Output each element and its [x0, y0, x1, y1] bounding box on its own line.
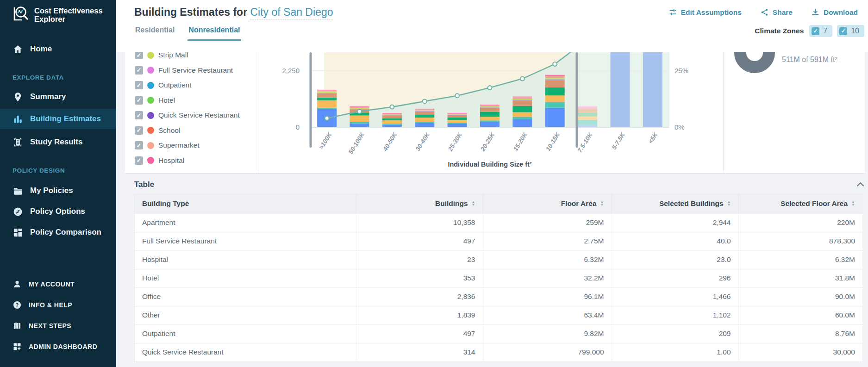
checkbox-checked-icon[interactable]	[812, 27, 819, 35]
app-logo[interactable]: Cost Effectiveness Explorer	[0, 0, 116, 26]
table-row-other[interactable]: Other1,83963.4M1,10260.0M	[135, 306, 862, 324]
buildings-chart[interactable]: 2,250025%0%>100K50-100K40-50K30-40K25-30…	[258, 52, 723, 174]
sidebar-item-label: Home	[30, 44, 52, 54]
sidebar: Cost Effectiveness Explorer HomeEXPLORE …	[0, 0, 116, 367]
building-type-cell: Hotel	[135, 269, 356, 287]
column-header-floor-area[interactable]: Floor Area▲▼	[483, 194, 612, 213]
x-axis-title: Individual Building Size ft²	[448, 161, 531, 168]
collapse-table-icon[interactable]	[857, 182, 864, 189]
legend-color-dot	[147, 127, 154, 134]
table-row-outpatient[interactable]: Outpatient4979.82M2098.76M	[135, 324, 862, 343]
legend-item-supermarket[interactable]: Supermarket	[135, 138, 258, 153]
tab-nonresidential[interactable]: Nonresidential	[187, 22, 241, 41]
value-cell: 220M	[738, 213, 862, 232]
legend-item-full-service-restaurant[interactable]: Full Service Restaurant	[135, 63, 258, 78]
table-row-hotel[interactable]: Hotel35332.2M29631.8M	[135, 269, 862, 287]
main-content: Strip MallFull Service RestaurantOutpati…	[116, 52, 868, 367]
sidebar-item-policy-options[interactable]: Policy Options	[0, 204, 116, 219]
floor-area-donut-panel: 511M of 581M ft²	[723, 52, 865, 173]
share-icon	[760, 8, 769, 17]
legend-color-dot	[147, 112, 154, 119]
chart-legend: Strip MallFull Service RestaurantOutpati…	[125, 52, 258, 173]
building-type-cell: Hospital	[135, 250, 356, 269]
table-row-full-service-restaurant[interactable]: Full Service Restaurant4972.75M40.0878,3…	[135, 232, 862, 250]
value-cell: 353	[356, 269, 483, 287]
table-row-quick-service-restaurant[interactable]: Quick Service Restaurant314799,0001.0030…	[135, 343, 862, 361]
value-cell: 296	[612, 269, 738, 287]
legend-item-outpatient[interactable]: Outpatient	[135, 78, 258, 93]
checkbox-checked-icon[interactable]	[135, 96, 143, 105]
legend-item-strip-mall[interactable]: Strip Mall	[135, 52, 258, 63]
zone-number: 10	[851, 27, 859, 35]
column-label: Floor Area	[561, 199, 597, 208]
value-cell: 1,839	[356, 306, 483, 324]
action-label: Edit Assumptions	[681, 8, 742, 17]
x-axis-tick: 15-20K	[512, 131, 529, 153]
region-link[interactable]: City of San Diego	[250, 6, 333, 19]
sidebar-footer-nav: MY ACCOUNT?INFO & HELPNEXT STEPSADMIN DA…	[0, 277, 116, 360]
column-header-selected-floor-area[interactable]: Selected Floor Area▲▼	[738, 194, 862, 213]
checkbox-checked-icon[interactable]	[135, 66, 143, 75]
column-header-building-type[interactable]: Building Type	[135, 194, 356, 213]
checkbox-checked-icon[interactable]	[135, 156, 143, 165]
right-axis-tick: 25%	[674, 67, 688, 75]
sidebar-item-next-steps[interactable]: NEXT STEPS	[0, 318, 116, 333]
x-axis-tick: 30-40K	[414, 131, 431, 153]
checkbox-checked-icon[interactable]	[839, 27, 847, 35]
sidebar-item-label: NEXT STEPS	[29, 322, 71, 330]
building-type-cell: Outpatient	[135, 324, 356, 343]
sidebar-item-policy-comparison[interactable]: Policy Comparison	[0, 225, 116, 240]
checkbox-checked-icon[interactable]	[135, 141, 143, 149]
column-label: Building Type	[142, 199, 189, 208]
sidebar-item-my-policies[interactable]: My Policies	[0, 183, 116, 198]
sidebar-item-info-help[interactable]: ?INFO & HELP	[0, 298, 116, 312]
document-icon	[12, 137, 23, 148]
comparison-grid-icon	[12, 227, 23, 238]
sidebar-item-label: Policy Options	[30, 207, 85, 216]
map-icon	[12, 321, 22, 330]
climate-zone-chips: 710	[809, 25, 864, 37]
edit-assumptions-button[interactable]: Edit Assumptions	[668, 8, 742, 17]
sidebar-item-home[interactable]: Home	[0, 42, 116, 56]
sidebar-item-building-estimates[interactable]: Building Estimates	[0, 109, 116, 129]
checkbox-checked-icon[interactable]	[135, 126, 143, 135]
legend-item-school[interactable]: School	[135, 123, 258, 138]
value-cell: 60.0M	[738, 306, 862, 324]
legend-item-quick-service-restaurant[interactable]: Quick Service Restaurant	[135, 108, 258, 123]
sidebar-item-admin-dashboard[interactable]: ADMIN DASHBOARD	[0, 339, 116, 354]
share-button[interactable]: Share	[760, 8, 793, 17]
legend-item-hospital[interactable]: Hospital	[135, 153, 258, 168]
checkbox-checked-icon[interactable]	[135, 111, 143, 119]
checkbox-checked-icon[interactable]	[135, 81, 143, 89]
legend-item-label: School	[158, 126, 180, 135]
checkbox-checked-icon[interactable]	[135, 52, 143, 59]
sort-icon[interactable]: ▲▼	[472, 201, 475, 207]
sidebar-item-my-account[interactable]: MY ACCOUNT	[0, 277, 116, 292]
sidebar-item-label: MY ACCOUNT	[29, 280, 75, 288]
column-label: Selected Floor Area	[781, 199, 848, 208]
sort-icon[interactable]: ▲▼	[727, 201, 731, 207]
sort-icon[interactable]: ▲▼	[600, 201, 604, 207]
column-header-buildings[interactable]: Buildings▲▼	[356, 194, 483, 213]
table-row-hospital[interactable]: Hospital236.32M23.06.32M	[135, 250, 862, 269]
sidebar-item-label: INFO & HELP	[29, 301, 72, 309]
help-icon: ?	[12, 300, 22, 310]
climate-zone-chip-7[interactable]: 7	[809, 25, 832, 37]
column-header-selected-buildings[interactable]: Selected Buildings▲▼	[612, 194, 738, 213]
sidebar-item-label: ADMIN DASHBOARD	[29, 343, 97, 350]
sidebar-item-summary[interactable]: Summary	[0, 89, 116, 104]
brush-handle-left	[310, 52, 312, 148]
download-button[interactable]: Download	[811, 8, 858, 17]
legend-item-hotel[interactable]: Hotel	[135, 93, 258, 108]
sidebar-item-label: Policy Comparison	[30, 228, 101, 237]
sidebar-item-study-results[interactable]: Study Results	[0, 135, 116, 149]
x-axis-tick: >100K	[318, 131, 334, 151]
table-row-office[interactable]: Office2,83696.1M1,46690.0M	[135, 287, 862, 306]
folder-icon	[12, 186, 23, 196]
tab-residential[interactable]: Residential	[134, 22, 175, 41]
climate-zone-chip-10[interactable]: 10	[837, 25, 864, 37]
sort-icon[interactable]: ▲▼	[851, 201, 855, 207]
x-axis-tick: <5K	[647, 131, 659, 145]
table-row-apartment[interactable]: Apartment10,358259M2,944220M	[135, 213, 862, 232]
climate-zones-label: Climate Zones	[755, 27, 804, 35]
